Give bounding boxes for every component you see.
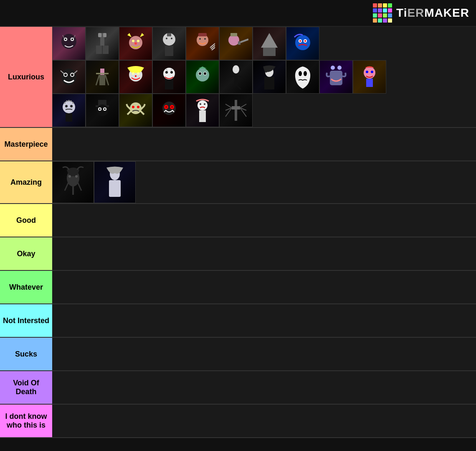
svg-point-22 bbox=[204, 38, 206, 40]
list-item[interactable] bbox=[286, 27, 319, 60]
list-item[interactable] bbox=[286, 60, 319, 94]
svg-point-53 bbox=[170, 71, 173, 74]
tier-label-void-of-death: Void Of Death bbox=[0, 371, 52, 404]
svg-point-79 bbox=[64, 102, 66, 104]
list-item[interactable] bbox=[86, 60, 119, 94]
svg-point-103 bbox=[200, 103, 201, 105]
tier-row-okay: Okay bbox=[0, 237, 476, 271]
list-item[interactable] bbox=[52, 60, 86, 94]
list-item[interactable] bbox=[219, 27, 253, 60]
list-item[interactable] bbox=[319, 60, 353, 94]
svg-point-96 bbox=[137, 106, 139, 108]
svg-rect-7 bbox=[103, 33, 106, 37]
svg-point-40 bbox=[64, 74, 67, 76]
svg-line-64 bbox=[231, 86, 234, 89]
logo-cell bbox=[373, 8, 377, 13]
svg-point-35 bbox=[299, 40, 301, 42]
svg-rect-70 bbox=[330, 71, 342, 85]
svg-rect-18 bbox=[165, 46, 173, 56]
logo-cell bbox=[378, 13, 382, 18]
svg-point-58 bbox=[199, 72, 201, 75]
svg-point-69 bbox=[304, 71, 307, 76]
svg-point-76 bbox=[371, 71, 373, 73]
svg-point-92 bbox=[99, 108, 101, 110]
list-item[interactable] bbox=[52, 161, 94, 203]
logo-cell bbox=[388, 18, 392, 23]
svg-line-45 bbox=[96, 75, 99, 85]
list-item[interactable] bbox=[86, 94, 119, 127]
svg-point-101 bbox=[171, 106, 173, 108]
tier-label-good: Good bbox=[0, 204, 52, 237]
tier-label-not-interested: Not Intersted bbox=[0, 304, 52, 337]
svg-point-41 bbox=[71, 74, 73, 76]
luxurious-line-1 bbox=[52, 27, 476, 60]
svg-point-115 bbox=[68, 175, 71, 178]
svg-point-102 bbox=[197, 100, 208, 110]
tier-row-good: Good bbox=[0, 204, 476, 237]
list-item[interactable] bbox=[152, 60, 186, 94]
svg-point-80 bbox=[66, 100, 68, 102]
list-item[interactable] bbox=[186, 27, 219, 60]
svg-rect-54 bbox=[165, 79, 173, 89]
logo-cell bbox=[388, 3, 392, 8]
svg-point-59 bbox=[204, 72, 206, 75]
tiermaker-logo-text: TiERMAKER bbox=[396, 6, 469, 20]
logo-cell bbox=[388, 13, 392, 18]
list-item[interactable] bbox=[152, 27, 186, 60]
list-item[interactable] bbox=[119, 27, 152, 60]
logo-cell bbox=[383, 18, 387, 23]
svg-rect-20 bbox=[198, 33, 207, 36]
svg-point-60 bbox=[233, 65, 239, 74]
list-item[interactable] bbox=[119, 94, 152, 127]
svg-point-100 bbox=[165, 106, 167, 108]
list-item[interactable] bbox=[253, 60, 286, 94]
svg-point-116 bbox=[75, 175, 78, 178]
svg-rect-44 bbox=[99, 75, 105, 85]
tier-content-amazing bbox=[52, 161, 476, 203]
tier-content-masterpiece bbox=[52, 128, 476, 161]
logo-cell bbox=[383, 3, 387, 8]
list-item[interactable] bbox=[219, 60, 253, 94]
list-item[interactable] bbox=[186, 60, 219, 94]
list-item[interactable] bbox=[94, 161, 136, 203]
tier-content-whatever bbox=[52, 271, 476, 303]
luxurious-line-2 bbox=[52, 60, 476, 94]
tier-table: Luxurious bbox=[0, 27, 476, 438]
list-item[interactable] bbox=[152, 94, 186, 127]
svg-point-55 bbox=[196, 68, 209, 82]
svg-rect-29 bbox=[238, 41, 241, 45]
tier-row-sucks: Sucks bbox=[0, 338, 476, 371]
tier-label-dont-know: I dont know who this is bbox=[0, 405, 52, 437]
list-item[interactable] bbox=[86, 27, 119, 60]
list-item[interactable] bbox=[119, 60, 152, 94]
svg-point-4 bbox=[71, 38, 73, 40]
list-item[interactable] bbox=[52, 94, 86, 127]
tier-content-dont-know bbox=[52, 405, 476, 437]
svg-point-74 bbox=[364, 67, 375, 79]
list-item[interactable] bbox=[219, 94, 253, 127]
svg-point-85 bbox=[70, 105, 73, 107]
list-item[interactable] bbox=[52, 27, 86, 60]
svg-marker-30 bbox=[261, 33, 278, 48]
luxurious-line-3 bbox=[52, 94, 476, 127]
svg-point-95 bbox=[132, 106, 134, 108]
svg-point-72 bbox=[331, 66, 335, 70]
svg-point-49 bbox=[137, 72, 139, 75]
svg-rect-86 bbox=[66, 113, 72, 122]
list-item[interactable] bbox=[253, 27, 286, 60]
svg-rect-119 bbox=[109, 180, 121, 197]
svg-point-11 bbox=[132, 40, 134, 42]
svg-line-62 bbox=[228, 76, 234, 77]
tier-row-luxurious: Luxurious bbox=[0, 27, 476, 128]
svg-point-51 bbox=[163, 68, 175, 79]
tier-content-okay bbox=[52, 237, 476, 270]
svg-point-97 bbox=[162, 102, 176, 115]
svg-rect-67 bbox=[264, 77, 274, 89]
svg-point-21 bbox=[199, 38, 201, 40]
list-item[interactable] bbox=[186, 94, 219, 127]
list-item[interactable] bbox=[353, 60, 386, 94]
svg-line-65 bbox=[238, 86, 241, 89]
tier-row-amazing: Amazing bbox=[0, 161, 476, 204]
svg-rect-31 bbox=[263, 48, 276, 56]
logo-cell bbox=[373, 13, 377, 18]
